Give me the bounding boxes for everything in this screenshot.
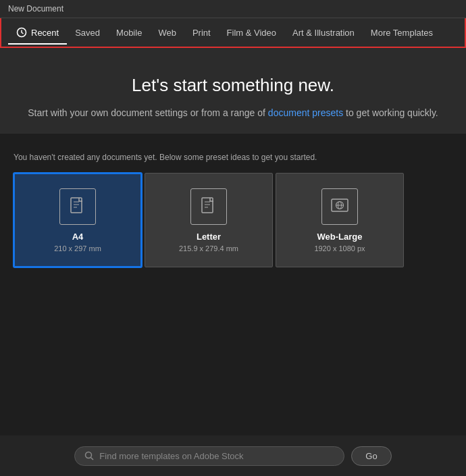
document-icon	[67, 196, 88, 217]
preset-card-web-large-name: Web-Large	[317, 232, 363, 242]
hero-subtitle-after: to get working quickly.	[343, 107, 438, 118]
svg-rect-5	[202, 198, 213, 213]
hero-title: Let's start something new.	[14, 75, 452, 96]
globe-icon	[329, 196, 351, 217]
window-title: New Document	[8, 4, 63, 14]
clock-icon	[16, 27, 27, 38]
search-bar: Go	[0, 435, 466, 476]
tab-bar: Recent Saved Mobile Web Print Film & Vid…	[0, 18, 466, 48]
preset-card-a4-name: A4	[72, 232, 84, 242]
tab-art-illustration[interactable]: Art & Illustration	[284, 21, 363, 45]
tab-recent-label: Recent	[31, 28, 59, 38]
preset-hint: You haven't created any documents yet. B…	[14, 153, 452, 162]
svg-rect-1	[71, 198, 82, 213]
preset-card-web-large[interactable]: Web-Large 1920 x 1080 px	[276, 173, 404, 267]
tab-more-templates[interactable]: More Templates	[363, 21, 441, 45]
a4-icon	[59, 188, 96, 225]
preset-card-letter-size: 215.9 x 279.4 mm	[179, 244, 238, 253]
title-bar: New Document	[0, 0, 466, 18]
search-container	[74, 446, 344, 466]
preset-card-a4[interactable]: A4 210 x 297 mm	[14, 173, 142, 267]
svg-line-14	[91, 458, 94, 460]
preset-card-a4-size: 210 x 297 mm	[54, 244, 101, 253]
go-button[interactable]: Go	[351, 446, 391, 466]
svg-point-13	[86, 452, 92, 458]
tab-mobile[interactable]: Mobile	[108, 21, 150, 45]
tab-print[interactable]: Print	[184, 21, 219, 45]
preset-card-letter-name: Letter	[197, 232, 221, 242]
hero-subtitle: Start with your own document settings or…	[14, 105, 452, 120]
search-icon	[84, 451, 94, 460]
hero-subtitle-before: Start with your own document settings or…	[28, 107, 268, 118]
preset-cards: A4 210 x 297 mm Letter 215.9 x 279.4 mm	[14, 173, 452, 267]
preset-section: You haven't created any documents yet. B…	[0, 140, 466, 281]
tab-saved[interactable]: Saved	[67, 21, 108, 45]
web-large-icon	[321, 188, 358, 225]
empty-bottom-area	[0, 281, 466, 416]
tab-web[interactable]: Web	[150, 21, 184, 45]
preset-card-letter[interactable]: Letter 215.9 x 279.4 mm	[145, 173, 273, 267]
tab-film-video[interactable]: Film & Video	[219, 21, 284, 45]
document-presets-link[interactable]: document presets	[268, 107, 343, 118]
document-icon-letter	[198, 196, 219, 217]
search-input[interactable]	[99, 451, 334, 461]
hero-section: Let's start something new. Start with yo…	[0, 48, 466, 134]
preset-card-web-large-size: 1920 x 1080 px	[314, 244, 365, 253]
letter-icon	[190, 188, 227, 225]
tab-recent[interactable]: Recent	[8, 20, 67, 45]
